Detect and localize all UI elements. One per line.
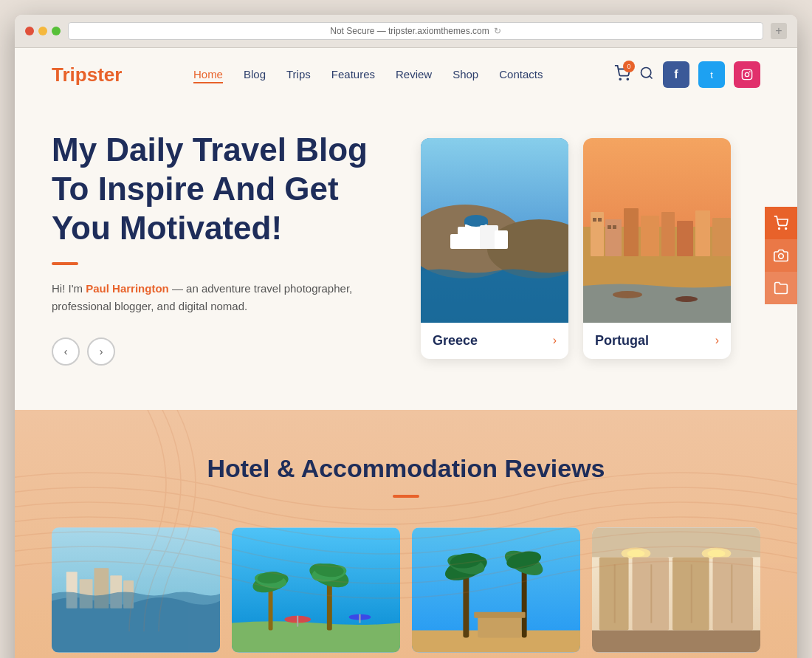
browser-toolbar: Not Secure — tripster.axiomthemes.com ↻ … — [15, 15, 797, 48]
portugal-card-footer: Portugal › — [583, 323, 731, 359]
svg-rect-24 — [677, 221, 693, 256]
nav-item-blog[interactable]: Blog — [244, 68, 266, 81]
close-button[interactable] — [25, 27, 34, 35]
destination-card-portugal[interactable]: Portugal › — [583, 138, 731, 359]
nav-link-contacts: Contacts — [499, 68, 543, 80]
nav-item-review[interactable]: Review — [396, 68, 432, 81]
svg-point-35 — [779, 254, 784, 259]
svg-point-34 — [785, 228, 787, 230]
nav-item-features[interactable]: Features — [331, 68, 375, 81]
sidebar-folder-icon — [774, 281, 788, 295]
svg-rect-43 — [269, 586, 273, 630]
nav-link-home: Home — [193, 68, 223, 83]
nav-links-list: Home Blog Trips Features Review Shop Con… — [193, 68, 543, 81]
search-icon — [639, 66, 654, 80]
svg-rect-15 — [495, 230, 508, 249]
svg-rect-30 — [613, 225, 616, 229]
twitter-button[interactable]: t — [698, 61, 725, 88]
hotel-card-2[interactable] — [232, 527, 400, 653]
nav-item-home[interactable]: Home — [193, 68, 223, 81]
hotel-cards-row — [52, 527, 760, 653]
svg-point-0 — [619, 78, 621, 80]
hotel-image-4 — [592, 527, 760, 653]
nav-link-blog: Blog — [244, 68, 266, 80]
greece-card-arrow[interactable]: › — [553, 334, 557, 347]
hero-text-block: My Daily Travel Blog To Inspire And Get … — [52, 131, 391, 366]
sidebar-cart-button[interactable] — [765, 207, 797, 239]
nav-link-review: Review — [396, 68, 432, 80]
hero-nav-buttons: ‹ › — [52, 337, 391, 366]
svg-point-4 — [745, 72, 749, 76]
destination-card-greece[interactable]: Greece › — [421, 138, 568, 359]
svg-rect-47 — [327, 580, 332, 631]
nav-item-shop[interactable]: Shop — [453, 68, 478, 81]
cart-button[interactable]: 0 — [614, 65, 630, 84]
hero-section: My Daily Travel Blog To Inspire And Get … — [15, 101, 797, 410]
description-prefix: Hi! I'm — [52, 282, 86, 295]
address-bar[interactable]: Not Secure — tripster.axiomthemes.com ↻ — [68, 22, 763, 40]
hotel-image-3 — [412, 527, 580, 653]
minimize-button[interactable] — [38, 27, 47, 35]
svg-rect-27 — [593, 218, 596, 222]
sidebar-camera-button[interactable] — [765, 239, 797, 272]
svg-point-2 — [641, 67, 651, 77]
prev-button[interactable]: ‹ — [52, 337, 80, 366]
maximize-button[interactable] — [52, 27, 61, 35]
reviews-divider — [393, 495, 419, 498]
svg-rect-22 — [641, 216, 659, 256]
svg-rect-61 — [522, 569, 527, 638]
author-name: Paul Harrington — [86, 282, 169, 295]
facebook-button[interactable]: f — [663, 61, 689, 88]
portugal-card-arrow[interactable]: › — [715, 334, 719, 347]
svg-rect-77 — [614, 565, 616, 623]
svg-rect-80 — [731, 565, 732, 623]
new-tab-button[interactable]: + — [771, 23, 787, 39]
search-button[interactable] — [639, 66, 654, 84]
hotel-card-3[interactable] — [412, 527, 580, 653]
hotel-card-4[interactable] — [592, 527, 760, 653]
portugal-card-name: Portugal — [595, 333, 649, 349]
svg-point-71 — [708, 550, 726, 558]
sidebar-cart-icon — [774, 216, 788, 230]
svg-point-33 — [779, 228, 780, 230]
nav-link-shop: Shop — [453, 68, 478, 80]
nav-item-contacts[interactable]: Contacts — [499, 68, 543, 81]
svg-rect-76 — [592, 631, 760, 653]
nav-link-trips: Trips — [286, 68, 311, 80]
browser-window: Not Secure — tripster.axiomthemes.com ↻ … — [15, 15, 797, 658]
destination-cards: Greece › — [421, 138, 731, 359]
cart-count: 0 — [623, 61, 635, 72]
svg-point-1 — [627, 78, 628, 80]
next-button[interactable]: › — [87, 337, 115, 366]
logo-part2: ster — [87, 64, 123, 86]
svg-rect-64 — [478, 616, 521, 638]
hotel-card-1[interactable] — [52, 527, 220, 653]
twitter-icon: t — [710, 69, 713, 80]
reviews-section: Hotel & Accommodation Reviews — [15, 410, 797, 658]
svg-rect-73 — [633, 558, 670, 631]
svg-point-31 — [613, 291, 642, 298]
greece-card-name: Greece — [433, 333, 478, 349]
svg-rect-29 — [608, 225, 611, 229]
svg-rect-25 — [695, 210, 710, 256]
svg-rect-54 — [359, 614, 360, 623]
right-sidebar — [765, 207, 797, 304]
svg-rect-3 — [742, 69, 751, 79]
sidebar-camera-icon — [774, 248, 788, 263]
instagram-button[interactable] — [734, 61, 760, 88]
svg-point-69 — [627, 550, 645, 558]
hero-description: Hi! I'm Paul Harrington — an adventure t… — [52, 280, 391, 315]
svg-rect-28 — [598, 218, 602, 222]
svg-rect-74 — [672, 558, 709, 631]
nav-right-actions: 0 f t — [614, 61, 760, 88]
svg-rect-52 — [297, 616, 298, 627]
portugal-image — [583, 138, 731, 323]
site-logo[interactable]: Tripster — [52, 64, 122, 86]
nav-item-trips[interactable]: Trips — [286, 68, 311, 81]
sidebar-folder-button[interactable] — [765, 272, 797, 304]
hotel-image-1 — [52, 527, 220, 653]
greece-card-footer: Greece › — [421, 323, 568, 359]
svg-point-32 — [675, 296, 698, 302]
hero-divider — [52, 262, 78, 265]
svg-rect-23 — [661, 212, 675, 256]
